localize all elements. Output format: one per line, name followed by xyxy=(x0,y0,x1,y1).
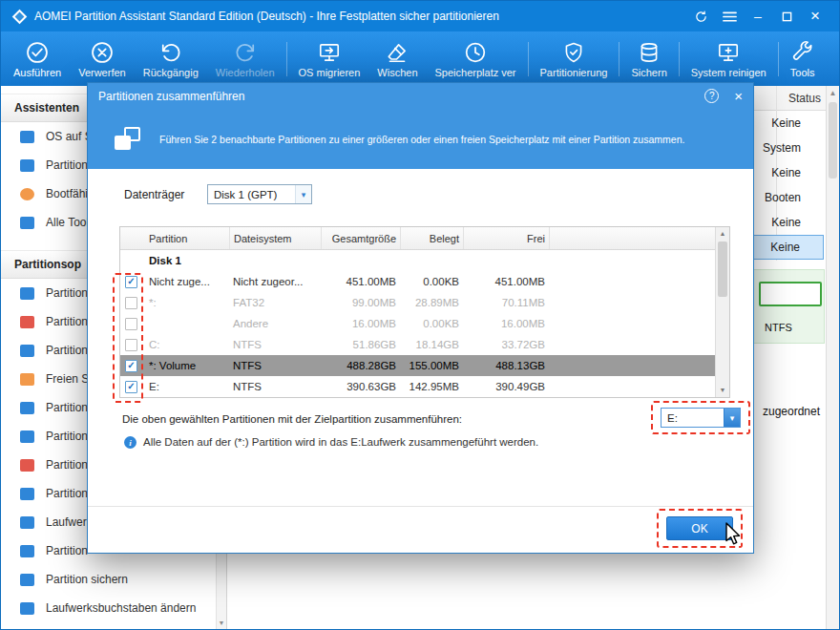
check-disk-icon xyxy=(20,488,34,500)
wrench-icon xyxy=(790,39,815,65)
drive-icon xyxy=(20,516,34,529)
toolbar: Ausführen Verwerfen Rückgängig Wiederhol… xyxy=(1,32,839,86)
undo-button[interactable]: Rückgängig xyxy=(135,36,207,81)
backup-disks-icon xyxy=(637,39,662,65)
chevron-down-icon[interactable]: ▾ xyxy=(724,409,740,427)
tools-button[interactable]: Tools xyxy=(782,36,824,81)
main-scrollbar[interactable]: ▲ xyxy=(826,86,839,629)
clone-icon xyxy=(20,402,34,414)
partition-row[interactable]: ✓ Nicht zuge... Nicht zugeor... 451.00MB… xyxy=(120,271,729,292)
col-free[interactable]: Frei xyxy=(463,227,549,249)
dialog-title: Partitionen zusammenführen xyxy=(98,90,244,103)
target-partition-label: Die oben gewählten Partitionen mit der Z… xyxy=(122,413,462,425)
disk-select-dropdown[interactable]: Disk 1 (GPT) ▾ xyxy=(207,184,312,204)
drive-letter-icon xyxy=(20,602,34,615)
row-checkbox-unchecked[interactable] xyxy=(125,339,137,351)
window-controls: – × xyxy=(686,4,830,29)
dialog-description: Führen Sie 2 benachbarte Partitionen zu … xyxy=(159,134,746,145)
col-total[interactable]: Gesamtgröße xyxy=(321,227,400,249)
help-icon[interactable]: ? xyxy=(704,89,719,103)
toolbar-separator xyxy=(619,42,620,76)
scroll-up-icon[interactable]: ▲ xyxy=(827,86,839,100)
app-logo-icon xyxy=(12,9,28,24)
col-filesystem[interactable]: Dateisystem xyxy=(229,227,321,249)
refresh-icon[interactable] xyxy=(686,4,715,29)
chevron-down-icon[interactable]: ▾ xyxy=(295,185,311,203)
target-partition-dropdown[interactable]: E: ▾ xyxy=(661,408,741,428)
maximize-button[interactable] xyxy=(772,4,801,29)
scrollbar-thumb[interactable] xyxy=(829,102,837,178)
monitor-icon xyxy=(20,131,34,143)
toolbar-separator xyxy=(778,42,779,76)
col-used[interactable]: Belegt xyxy=(400,227,463,249)
clock-icon xyxy=(463,39,488,65)
row-checkbox-checked[interactable]: ✓ xyxy=(125,381,137,393)
menu-icon[interactable] xyxy=(715,4,744,29)
clean-system-icon xyxy=(716,39,741,65)
migrate-os-icon xyxy=(317,39,342,65)
delete-icon xyxy=(20,459,34,472)
wipe-icon xyxy=(385,39,410,65)
table-header: Partition Dateisystem Gesamtgröße Belegt… xyxy=(120,227,729,250)
scroll-up-icon[interactable]: ▲ xyxy=(716,227,729,241)
partition-row[interactable]: ✓ E: NTFS 390.63GB 142.95MB 390.49GB xyxy=(120,376,729,397)
dialog-close-button[interactable]: × xyxy=(734,89,743,103)
partition-recovery-button[interactable]: Partitionierung xyxy=(532,36,617,81)
partition-bar[interactable] xyxy=(759,282,822,306)
partition-row[interactable]: Andere 16.00MB 0.00KB 16.00MB xyxy=(120,313,729,334)
footer-divider xyxy=(88,506,753,507)
discard-button[interactable]: Verwerfen xyxy=(70,36,135,81)
row-checkbox-checked[interactable]: ✓ xyxy=(125,360,137,372)
apply-check-icon xyxy=(25,39,50,65)
scroll-down-icon[interactable]: ▼ xyxy=(716,384,729,397)
row-checkbox-unchecked[interactable] xyxy=(125,297,137,309)
row-checkbox-checked[interactable]: ✓ xyxy=(125,276,137,288)
toolbar-separator xyxy=(679,42,680,76)
row-checkbox-unchecked[interactable] xyxy=(125,318,137,330)
redo-button[interactable]: Wiederholen xyxy=(207,36,284,81)
merge-icon xyxy=(20,287,34,300)
free-space-icon xyxy=(20,373,34,386)
disk-select-label: Datenträger xyxy=(124,188,184,201)
split-icon xyxy=(20,430,34,443)
ok-button[interactable]: OK xyxy=(666,516,733,540)
disc-icon xyxy=(20,188,34,200)
allocate-space-button[interactable]: Speicherplatz ver xyxy=(427,36,525,81)
app-window: AOMEI Partition Assistant Standard Editi… xyxy=(0,0,840,630)
sidebar-item-backup-partition[interactable]: Partition sichern xyxy=(1,565,216,594)
scrollbar-thumb[interactable] xyxy=(718,242,727,297)
partition-table: Partition Dateisystem Gesamtgröße Belegt… xyxy=(119,226,730,398)
migrate-os-button[interactable]: OS migrieren xyxy=(290,36,369,81)
sidebar-item-change-drive-letter[interactable]: Laufwerksbuchstaben ändern xyxy=(1,594,216,622)
dialog-titlebar[interactable]: Partitionen zusammenführen ? × xyxy=(88,83,753,109)
redo-icon xyxy=(233,39,258,65)
scroll-down-icon[interactable]: ▼ xyxy=(217,617,226,629)
disk-group-row: Disk 1 xyxy=(120,250,729,271)
align-icon xyxy=(20,545,34,557)
backup-button[interactable]: Sichern xyxy=(622,36,675,81)
partition-row-selected[interactable]: ✓ *: Volume NTFS 488.28GB 155.00MB 488.1… xyxy=(120,355,729,376)
info-text: Alle Daten auf der (*:) Partition wird i… xyxy=(143,436,538,448)
partition-row[interactable]: *: FAT32 99.00MB 28.89MB 70.11MB xyxy=(120,292,729,313)
unallocated-label: zugeordnet xyxy=(763,405,820,418)
apply-button[interactable]: Ausführen xyxy=(5,36,70,81)
col-partition[interactable]: Partition xyxy=(145,227,229,249)
toolbar-separator xyxy=(286,42,287,76)
minimize-button[interactable]: – xyxy=(744,4,772,29)
window-title: AOMEI Partition Assistant Standard Editi… xyxy=(34,10,499,23)
titlebar: AOMEI Partition Assistant Standard Editi… xyxy=(1,1,839,32)
info-icon: i xyxy=(124,436,136,449)
format-icon xyxy=(20,345,34,357)
filesystem-label: NTFS xyxy=(765,322,792,333)
close-button[interactable]: × xyxy=(801,4,830,29)
clean-system-button[interactable]: System reinigen xyxy=(682,36,775,81)
table-scrollbar[interactable]: ▲ ▼ xyxy=(715,227,729,397)
partition-icon xyxy=(20,159,34,172)
grid-icon xyxy=(20,217,34,229)
shield-icon xyxy=(561,39,586,65)
wipe-button[interactable]: Wischen xyxy=(368,36,426,81)
backup-partition-icon xyxy=(20,574,34,586)
resize-icon xyxy=(20,316,34,328)
partition-row[interactable]: C: NTFS 51.86GB 18.14GB 33.72GB xyxy=(120,334,729,355)
status-column-header[interactable]: Status xyxy=(788,92,821,105)
